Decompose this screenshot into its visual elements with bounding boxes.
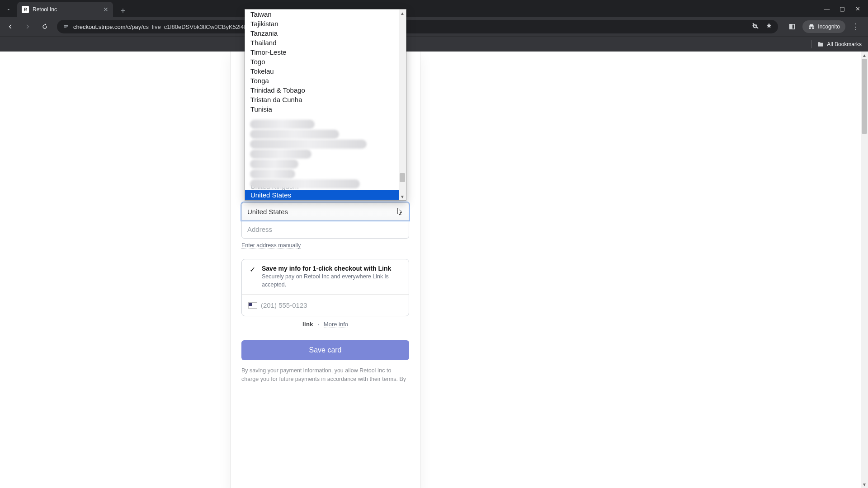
chevron-down-icon (398, 208, 403, 216)
address-input[interactable]: Address (241, 221, 409, 239)
link-save-box: ✓ Save my info for 1-click checkout with… (241, 259, 409, 316)
country-option-selected[interactable]: United States (245, 190, 399, 200)
dropdown-scrollbar[interactable]: ▲ ▼ (399, 9, 406, 200)
tab-favicon: R (22, 6, 29, 13)
more-info-link[interactable]: More info (324, 321, 348, 328)
country-option[interactable]: Tunisia (245, 104, 399, 114)
country-dropdown-list[interactable]: TaiwanTajikistanTanzaniaThailandTimor-Le… (245, 9, 406, 201)
country-option[interactable]: Thailand (245, 38, 399, 47)
save-card-button[interactable]: Save card (241, 340, 409, 360)
tab-search-button[interactable] (1, 2, 16, 17)
disclaimer-text: By saving your payment information, you … (231, 360, 420, 369)
link-footer: link · More info (241, 321, 409, 328)
country-select[interactable]: United States (241, 202, 409, 221)
country-option[interactable]: Tristan da Cunha (245, 95, 399, 104)
link-title: Save my info for 1-click checkout with L… (262, 265, 402, 272)
tab-title: Retool Inc (33, 6, 99, 13)
forward-button[interactable] (20, 19, 35, 34)
country-option[interactable]: Tokelau (245, 66, 399, 76)
link-brand: link (302, 321, 313, 328)
country-value: United States (247, 208, 288, 216)
browser-tab[interactable]: R Retool Inc ✕ (17, 2, 113, 17)
country-option[interactable]: Togo (245, 57, 399, 66)
country-option[interactable]: Taiwan (245, 9, 399, 19)
new-tab-button[interactable]: + (117, 5, 129, 17)
scroll-up-icon[interactable]: ▲ (399, 9, 406, 17)
link-desc: Securely pay on Retool Inc and everywher… (262, 273, 402, 289)
scroll-down-icon[interactable]: ▼ (399, 193, 406, 200)
country-option[interactable]: Tanzania (245, 28, 399, 38)
phone-input[interactable]: (201) 555-0123 (242, 294, 409, 316)
enter-address-manually-link[interactable]: Enter address manually (241, 242, 301, 249)
country-option[interactable]: Timor-Leste (245, 47, 399, 57)
country-option[interactable]: Tajikistan (245, 19, 399, 28)
phone-placeholder: (201) 555-0123 (261, 301, 307, 309)
country-option[interactable]: Tonga (245, 76, 399, 85)
save-info-checkbox[interactable]: ✓ (248, 265, 256, 273)
us-flag-icon[interactable] (248, 302, 257, 309)
country-option[interactable]: Trinidad & Tobago (245, 85, 399, 95)
tab-close-icon[interactable]: ✕ (103, 6, 108, 13)
back-button[interactable] (3, 19, 18, 34)
reload-button[interactable] (37, 19, 52, 34)
country-option[interactable]: United Kingdom (245, 185, 399, 190)
site-settings-icon[interactable] (62, 23, 70, 30)
scroll-thumb[interactable] (400, 173, 405, 182)
